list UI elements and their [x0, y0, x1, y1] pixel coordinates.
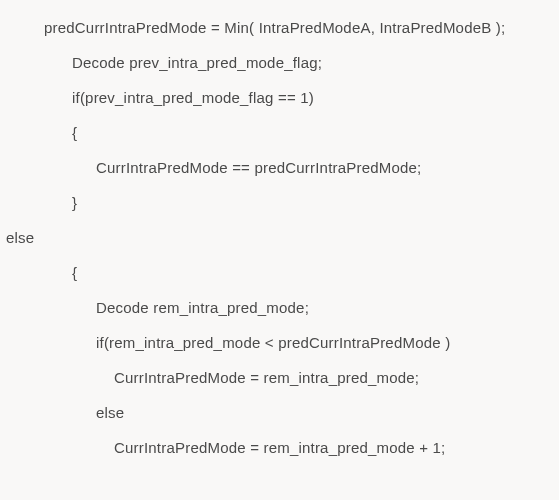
- code-line: CurrIntraPredMode = rem_intra_pred_mode …: [0, 430, 559, 465]
- code-line: predCurrIntraPredMode = Min( IntraPredMo…: [0, 10, 559, 45]
- code-line: Decode rem_intra_pred_mode;: [0, 290, 559, 325]
- code-line: else: [0, 395, 559, 430]
- code-line: else: [0, 220, 559, 255]
- code-line: CurrIntraPredMode == predCurrIntraPredMo…: [0, 150, 559, 185]
- code-line: {: [0, 255, 559, 290]
- code-line: if(rem_intra_pred_mode < predCurrIntraPr…: [0, 325, 559, 360]
- code-line: CurrIntraPredMode = rem_intra_pred_mode;: [0, 360, 559, 395]
- code-line: {: [0, 115, 559, 150]
- code-block: predCurrIntraPredMode = Min( IntraPredMo…: [0, 0, 559, 465]
- code-line: if(prev_intra_pred_mode_flag == 1): [0, 80, 559, 115]
- code-line: }: [0, 185, 559, 220]
- code-line: Decode prev_intra_pred_mode_flag;: [0, 45, 559, 80]
